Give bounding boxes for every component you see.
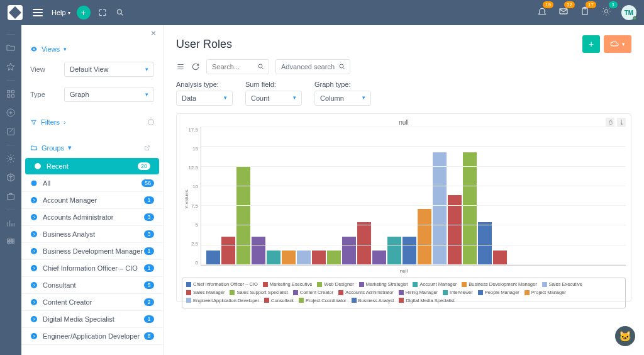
legend-item[interactable]: Project Manager	[525, 289, 566, 296]
fullscreen-icon[interactable]	[98, 8, 107, 17]
bar-hiring-manager[interactable]	[372, 251, 386, 265]
graph-type-select[interactable]: Column	[314, 91, 371, 106]
group-item-consultant[interactable]: Consultant5	[21, 277, 163, 294]
group-label: All	[43, 179, 142, 187]
bar-business-development-manager[interactable]	[282, 251, 296, 265]
svg-point-0	[117, 9, 121, 14]
bar-account-manager[interactable]	[267, 251, 280, 265]
group-item-business-analyst[interactable]: Business Analyst3	[21, 226, 163, 243]
advanced-search-button[interactable]: Advanced search	[275, 59, 350, 74]
group-label: Accounts Administrator	[43, 213, 144, 221]
close-panel-icon[interactable]: ✕	[150, 29, 157, 38]
chart-download-icon[interactable]: ⭳	[617, 118, 626, 127]
group-icon	[34, 162, 42, 170]
bar-accounts-administrator[interactable]	[357, 222, 371, 265]
legend-item[interactable]: Interviewer	[443, 289, 473, 296]
filters-section[interactable]: Filters ›	[21, 112, 163, 132]
search-icon[interactable]	[116, 8, 125, 17]
legend-item[interactable]: Marketing Strategist	[359, 281, 408, 288]
bar-marketing-executive[interactable]	[221, 237, 235, 265]
views-section[interactable]: Views ▾	[21, 42, 163, 57]
legend-item[interactable]: Sales Support Specialist	[230, 289, 287, 296]
mail-icon[interactable]: 32	[558, 6, 569, 19]
group-item-content-creator[interactable]: Content Creator2	[21, 294, 163, 311]
legend-item[interactable]: Account Manager	[413, 281, 457, 288]
bar-digital-media-specialist[interactable]	[493, 251, 507, 265]
clipboard-icon[interactable]: 17	[580, 6, 590, 19]
legend-item[interactable]: Business Development Manager	[462, 281, 536, 288]
rail-box-icon[interactable]	[6, 172, 16, 183]
legend-item[interactable]: Hiring Manager	[399, 289, 438, 296]
bar-project-manager[interactable]	[418, 209, 431, 265]
search-icon	[257, 63, 265, 70]
svg-rect-17	[10, 242, 12, 244]
bar-marketing-strategist[interactable]	[252, 237, 265, 265]
refresh-icon[interactable]	[191, 62, 200, 71]
bar-sales-executive[interactable]	[297, 251, 311, 265]
group-item-chief-information-officer-cio[interactable]: Chief Information Officer – CIO1	[21, 260, 163, 277]
group-item-business-development-manager[interactable]: Business Development Manager1	[21, 243, 163, 260]
legend-item[interactable]: Digital Media Specialist	[399, 297, 455, 304]
group-item-all[interactable]: All56	[21, 175, 163, 192]
avatar-initials: TM	[625, 9, 633, 16]
groups-section[interactable]: Groups ▾	[21, 137, 163, 158]
group-item-digital-media-specialist[interactable]: Digital Media Specialist1	[21, 311, 163, 328]
bar-project-coordinator[interactable]	[463, 152, 477, 265]
legend-item[interactable]: Accounts Administrator	[338, 289, 394, 296]
legend-item[interactable]: Content Creator	[293, 289, 333, 296]
external-icon[interactable]	[144, 145, 150, 151]
list-view-icon[interactable]	[176, 62, 185, 71]
notifications-bell[interactable]: 19	[537, 6, 547, 19]
help-menu[interactable]: Help	[52, 9, 70, 16]
view-select[interactable]: Default View	[64, 62, 154, 77]
bar-people-manager[interactable]	[402, 237, 416, 265]
rail-apps-icon[interactable]	[6, 237, 16, 247]
group-item-recent[interactable]: Recent20	[25, 158, 159, 175]
search-field[interactable]	[212, 63, 256, 70]
search-input[interactable]	[206, 59, 269, 74]
chat-bubble[interactable]: 🐱	[615, 326, 635, 346]
legend-item[interactable]: People Manager	[478, 289, 519, 296]
rail-grid-icon[interactable]	[6, 89, 16, 99]
bar-sales-support-specialist[interactable]	[327, 251, 341, 265]
group-item-engineer-application-developer[interactable]: Engineer/Application Developer8	[21, 328, 163, 345]
legend-item[interactable]: Marketing Executive	[263, 281, 313, 288]
bar-interviewer[interactable]	[387, 237, 401, 265]
bar-business-analyst[interactable]	[478, 222, 492, 265]
legend-item[interactable]: Sales Manager	[186, 289, 225, 296]
add-button[interactable]: +	[77, 6, 91, 20]
rail-star-icon[interactable]	[6, 62, 16, 72]
bar-content-creator[interactable]	[342, 237, 356, 265]
legend-item[interactable]: Sales Executive	[542, 281, 582, 288]
bar-engineer-application-developer[interactable]	[433, 152, 447, 265]
cloud-actions-button[interactable]	[604, 35, 631, 53]
add-record-button[interactable]: +	[582, 35, 600, 53]
x-axis-label: null	[182, 268, 626, 274]
theme-icon[interactable]: 1	[601, 6, 611, 19]
group-item-account-manager[interactable]: Account Manager1	[21, 192, 163, 209]
menu-icon[interactable]	[33, 9, 43, 16]
rail-folder-icon[interactable]	[6, 43, 16, 53]
legend-item[interactable]: Chief Information Officer – CIO	[186, 281, 258, 288]
legend-item[interactable]: Consultant	[264, 297, 294, 304]
rail-plus-circle-icon[interactable]	[6, 108, 16, 118]
sum-field-select[interactable]: Count	[245, 91, 302, 106]
rail-briefcase-icon[interactable]	[6, 191, 16, 201]
user-avatar[interactable]: TM	[621, 5, 636, 20]
rail-chart-icon[interactable]	[6, 218, 16, 228]
legend-item[interactable]: Engineer/Application Developer	[186, 297, 259, 304]
rail-gear-icon[interactable]	[6, 154, 16, 164]
bar-web-designer[interactable]	[236, 167, 250, 265]
legend-item[interactable]: Business Analyst	[352, 297, 394, 304]
type-select[interactable]: Graph	[64, 87, 154, 102]
svg-rect-7	[8, 94, 10, 97]
chart-print-icon[interactable]: ⎙	[606, 118, 614, 127]
bar-chief-information-officer-cio[interactable]	[206, 251, 220, 265]
group-item-accounts-administrator[interactable]: Accounts Administrator3	[21, 209, 163, 226]
bar-sales-manager[interactable]	[312, 251, 326, 265]
legend-item[interactable]: Web Designer	[317, 281, 353, 288]
analysis-type-select[interactable]: Data	[176, 91, 233, 106]
app-logo[interactable]	[8, 5, 23, 20]
legend-item[interactable]: Project Coordinator	[299, 297, 347, 304]
rail-edit-icon[interactable]	[6, 127, 16, 137]
